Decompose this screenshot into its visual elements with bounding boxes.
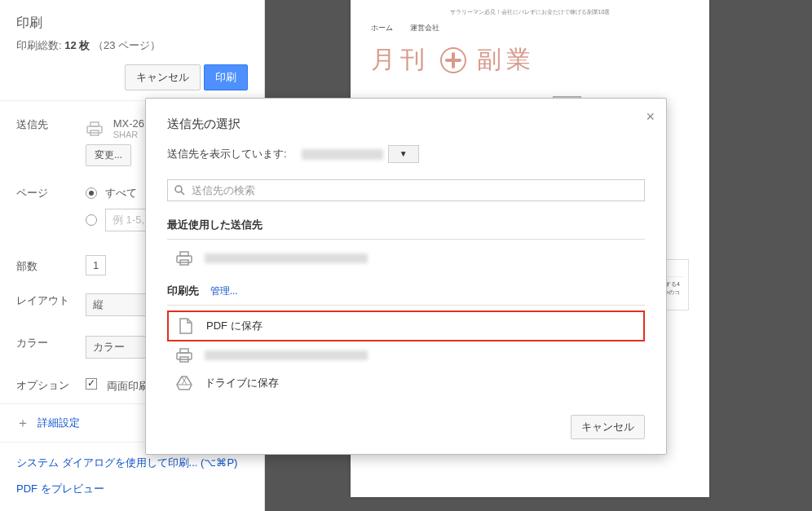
recent-section-title: 最近使用した送信先 bbox=[167, 218, 645, 240]
svg-line-5 bbox=[181, 192, 184, 195]
printer-name-blurred bbox=[205, 350, 368, 360]
modal-overlay: × 送信先の選択 送信先を表示しています: ▼ 最近使用した送信先 印刷先 管理… bbox=[0, 0, 812, 511]
printer-icon bbox=[175, 348, 193, 363]
destination-search[interactable] bbox=[167, 179, 645, 201]
print-section-label: 印刷先 bbox=[167, 284, 199, 297]
search-input[interactable] bbox=[192, 184, 638, 196]
drive-icon bbox=[175, 376, 193, 390]
printer-icon bbox=[175, 251, 193, 266]
modal-cancel-button[interactable]: キャンセル bbox=[571, 415, 645, 439]
recent-printer-name-blurred bbox=[205, 253, 368, 263]
svg-rect-9 bbox=[177, 353, 192, 359]
save-as-pdf-row[interactable]: PDF に保存 bbox=[167, 311, 645, 341]
svg-point-4 bbox=[175, 186, 182, 192]
svg-rect-6 bbox=[177, 256, 192, 262]
recent-destination-row[interactable] bbox=[167, 244, 645, 272]
close-icon[interactable]: × bbox=[646, 108, 655, 126]
save-to-drive-label: ドライブに保存 bbox=[205, 376, 279, 390]
save-to-drive-row[interactable]: ドライブに保存 bbox=[167, 369, 645, 397]
modal-title: 送信先の選択 bbox=[167, 117, 645, 132]
save-as-pdf-label: PDF に保存 bbox=[206, 319, 263, 333]
svg-rect-7 bbox=[180, 252, 188, 256]
document-icon bbox=[177, 319, 195, 333]
svg-rect-10 bbox=[180, 349, 188, 353]
showing-label: 送信先を表示しています: bbox=[167, 147, 287, 161]
manage-link[interactable]: 管理... bbox=[210, 285, 238, 297]
printer-destination-row[interactable] bbox=[167, 341, 645, 369]
search-icon bbox=[174, 185, 185, 196]
account-dropdown[interactable]: ▼ bbox=[388, 145, 419, 163]
destination-modal: × 送信先の選択 送信先を表示しています: ▼ 最近使用した送信先 印刷先 管理… bbox=[145, 98, 667, 455]
modal-account-row: 送信先を表示しています: ▼ bbox=[167, 145, 645, 163]
account-blurred bbox=[302, 149, 383, 160]
print-section-title: 印刷先 管理... bbox=[167, 284, 645, 306]
